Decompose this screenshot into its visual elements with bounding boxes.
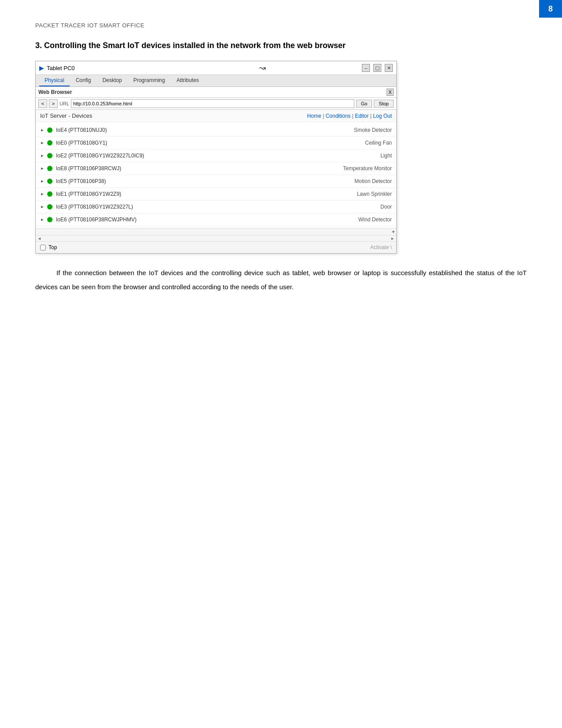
scroll-area: ▼ [36,228,396,235]
close-button[interactable]: ✕ [385,64,393,72]
url-label: URL [60,101,69,106]
device-type: Smoke Detector [354,127,392,133]
device-type: Temperature Monitor [343,165,392,172]
tab-desktop[interactable]: Desktop [97,75,127,86]
device-list: ► IoE4 (PTT0810NUJ0) Smoke Detector ► Io… [36,122,396,228]
device-type: Motion Detector [354,178,392,184]
device-status-dot [47,153,52,158]
iot-server-title: IoT Server - Devices [40,112,92,119]
bottom-row: Top Activate \ [36,241,396,253]
device-item[interactable]: ► IoE6 (PTT08106P38RCWJPHMV) Wind Detect… [36,213,396,226]
device-expand-icon[interactable]: ► [40,153,45,158]
minimize-button[interactable]: – [362,64,370,72]
device-type: Ceiling Fan [365,140,392,146]
device-expand-icon[interactable]: ► [40,128,45,132]
nav-editor[interactable]: Editor [355,113,368,119]
device-name: IoE4 (PTT0810NUJ0) [56,127,354,133]
device-expand-icon[interactable]: ► [40,205,45,209]
device-expand-icon[interactable]: ► [40,179,45,183]
device-item[interactable]: ► IoE8 (PTT08106P38RCWJ) Temperature Mon… [36,162,396,175]
cursor-indicator: ↝ [259,63,266,73]
window-titlebar: ▶ Tablet PC0 ↝ – ▢ ✕ [36,61,396,75]
body-text: If the connection between the IoT device… [35,266,527,294]
nav-conditions[interactable]: Conditions [326,113,351,119]
device-item[interactable]: ► IoE0 (PTT08108GY1) Ceiling Fan [36,137,396,149]
device-status-dot [47,127,52,133]
window-controls[interactable]: – ▢ ✕ [362,64,393,72]
browser-content: IoT Server - Devices Home | Conditions |… [36,110,396,241]
tablet-window: ▶ Tablet PC0 ↝ – ▢ ✕ Physical Config Des… [35,61,397,254]
device-name: IoE5 (PTT08106P38) [56,178,354,184]
body-paragraph: If the connection between the IoT device… [35,266,527,294]
device-name: IoE0 (PTT08108GY1) [56,140,365,146]
section-title: 3. Controlling the Smart IoT devices ins… [35,41,527,50]
forward-button[interactable]: > [49,99,58,108]
tab-config[interactable]: Config [71,75,97,86]
device-status-dot [47,179,52,184]
nav-links: Home | Conditions | Editor | Log Out [307,113,392,119]
device-name: IoE6 (PTT08106P38RCWJPHMV) [56,217,358,223]
document-header: PACKET TRACER IOT SMART OFFICE [35,22,527,29]
device-status-dot [47,140,52,146]
device-name: IoE3 (PTT08108GY1W2Z9227L) [56,204,380,210]
hscroll-left-icon: ◄ [37,236,41,241]
device-status-dot [47,191,52,197]
browser-toolbar: Web Browser X [36,87,396,98]
back-button[interactable]: < [38,99,47,108]
tablet-icon: ▶ [39,64,44,71]
device-name: IoE8 (PTT08106P38RCWJ) [56,165,343,172]
device-status-dot [47,204,52,209]
device-expand-icon[interactable]: ► [40,166,45,171]
device-expand-icon[interactable]: ► [40,141,45,145]
top-checkbox[interactable] [40,245,46,250]
browser-panel: Web Browser X < > URL Go Stop IoT Server… [36,87,396,253]
stop-button[interactable]: Stop [374,100,394,108]
tab-physical[interactable]: Physical [39,75,70,86]
device-type: Lawn Sprinkler [357,191,392,197]
window-title-text: Tablet PC0 [47,65,75,71]
device-type: Light [380,153,392,159]
browser-content-header: IoT Server - Devices Home | Conditions |… [36,110,396,122]
nav-home[interactable]: Home [307,113,321,119]
go-button[interactable]: Go [356,100,372,108]
device-item[interactable]: ► IoE3 (PTT08108GY1W2Z9227L) Door [36,201,396,213]
device-item[interactable]: ► IoE1 (PTT08108GY1W2Z9) Lawn Sprinkler [36,188,396,201]
maximize-button[interactable]: ▢ [373,64,381,72]
device-status-dot [47,166,52,171]
device-expand-icon[interactable]: ► [40,217,45,222]
url-input[interactable] [71,99,354,108]
tab-programming[interactable]: Programming [128,75,170,86]
device-type: Door [380,204,392,210]
browser-label: Web Browser [38,89,72,95]
activate-text: Activate \ [370,244,392,250]
device-name: IoE2 (PTT08108GY1W2Z9227L0IC9) [56,153,380,159]
browser-close-button[interactable]: X [387,89,394,96]
browser-nav: < > URL Go Stop [36,98,396,110]
device-name: IoE1 (PTT08108GY1W2Z9) [56,191,357,197]
nav-logout[interactable]: Log Out [373,113,392,119]
page-number: 8 [539,0,562,18]
tab-attributes[interactable]: Attributes [171,75,204,86]
device-type: Wind Detector [358,217,392,223]
device-status-dot [47,217,52,222]
device-item[interactable]: ► IoE4 (PTT0810NUJ0) Smoke Detector [36,124,396,137]
top-label: Top [48,244,57,250]
device-expand-icon[interactable]: ► [40,192,45,196]
device-item[interactable]: ► IoE2 (PTT08108GY1W2Z9227L0IC9) Light [36,149,396,162]
scroll-down-icon: ▼ [391,230,395,234]
hscroll-bar: ◄ ► [36,235,396,241]
hscroll-right-icon: ► [391,236,395,241]
window-tabs: Physical Config Desktop Programming Attr… [36,75,396,87]
device-item[interactable]: ► IoE5 (PTT08106P38) Motion Detector [36,175,396,188]
window-title: ▶ Tablet PC0 [39,64,75,71]
